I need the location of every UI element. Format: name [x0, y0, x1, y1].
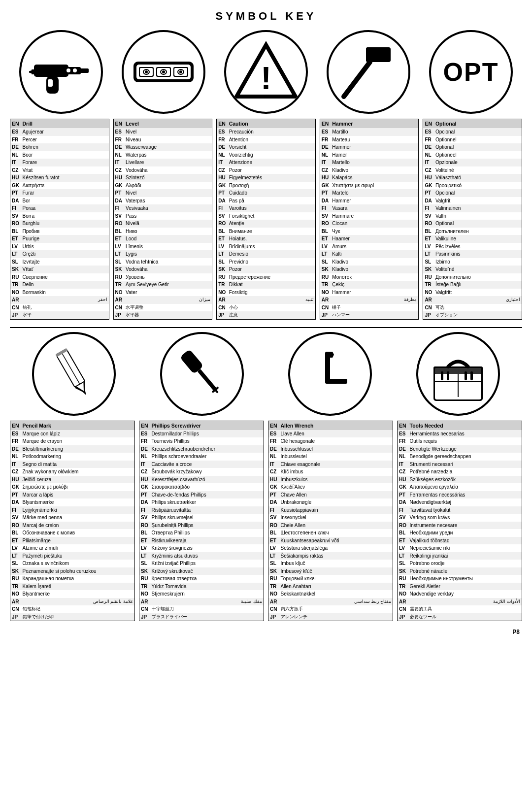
- table-row: FRTournevis Phillips: [139, 437, 264, 445]
- bottom-icons-row: [10, 332, 522, 416]
- table-row: SVInsexnyckel: [268, 514, 393, 522]
- table-row: FRMarque de crayon: [10, 437, 135, 445]
- table-row: FIVesivaaka: [113, 204, 212, 212]
- table-row: ESDestornillador Phillips: [139, 430, 264, 438]
- table-row: NOHammer: [320, 289, 419, 297]
- table-row: JPアレンレンチ: [268, 613, 393, 621]
- table-row: ETLood: [113, 235, 212, 243]
- table-row: ARاختياري: [423, 296, 522, 304]
- drill-table: EN Drill ESAgujerear FRPercer DEBohren N…: [10, 119, 109, 320]
- table-row: NOStjerneskrujern: [139, 590, 264, 598]
- table-row: DAVaterpas: [113, 197, 212, 205]
- table-row: PTMarcar a lápis: [10, 491, 135, 499]
- table-row: TRGerekli Aletler: [398, 583, 522, 591]
- svg-rect-48: [441, 371, 443, 380]
- table-row: LTDėmesio: [217, 250, 316, 258]
- table-row: FITarvittavat työkalut: [398, 506, 522, 514]
- table-row: SKPotrebné náradie: [398, 567, 522, 575]
- table-row: SLKladivo: [320, 258, 419, 266]
- table-row: GKΣημειώστε με μολύβι: [10, 483, 135, 491]
- table-row: SKImbusový kľúč: [268, 567, 393, 575]
- table-row: ITLivellare: [113, 159, 212, 166]
- table-row: LVPēc izvēles: [423, 243, 522, 251]
- table-row: ARميزان: [113, 296, 212, 304]
- svg-rect-3: [32, 69, 37, 74]
- table-row: FRClé hexagonale: [268, 437, 393, 445]
- table-row: NLVoorzichtig: [217, 151, 316, 159]
- table-row: ITCacciavite a croce: [139, 461, 264, 468]
- table-row: HUJelölő ceruza: [10, 476, 135, 484]
- drill-header-lang: EN: [10, 119, 21, 129]
- table-row: NOVater: [113, 289, 212, 297]
- table-row: DABlyantsmærke: [10, 498, 135, 506]
- table-row: SVValfri: [423, 212, 522, 220]
- top-tables-section: EN Drill ESAgujerear FRPercer DEBohren N…: [10, 119, 522, 320]
- table-row: FRMarteau: [320, 136, 419, 144]
- table-row: ITAttenzione: [217, 159, 316, 166]
- table-row: BLНиво: [113, 228, 212, 235]
- table-row: BLЧук: [320, 228, 419, 235]
- table-row: HUSzintező: [113, 174, 212, 182]
- table-row: RUКарандашная пометка: [10, 575, 135, 583]
- table-row: RUНеобходимые инструменты: [398, 575, 522, 583]
- table-row: LVAtzīme ar zīmuli: [10, 544, 135, 552]
- table-row: TRDikkat: [217, 281, 316, 289]
- hammer-icon: [327, 30, 410, 114]
- table-row: JP注意: [217, 311, 316, 319]
- table-row: PTNivel: [113, 189, 212, 197]
- table-row: SKKladivo: [320, 266, 419, 273]
- table-row: SKVodováha: [113, 266, 212, 273]
- table-row: NLBenodigde gereedschappen: [398, 453, 522, 461]
- optional-icon: OPT: [429, 30, 513, 114]
- table-row: GKΠροαιρετικό: [423, 182, 522, 190]
- table-row: TRKalem İşareti: [10, 583, 135, 591]
- table-row: HUFigyelmeztetés: [217, 174, 316, 182]
- table-row: PTMartelo: [320, 189, 419, 197]
- table-row: CN铅笔标记: [10, 605, 135, 613]
- table-row: GKΚλειδί Άλεν: [268, 483, 393, 491]
- svg-marker-4: [29, 70, 32, 73]
- table-row: LTLygis: [113, 250, 212, 258]
- table-row: SKVoliteľné: [423, 266, 522, 273]
- table-row: FIVaroitus: [217, 204, 316, 212]
- pencil-header: EN Pencil Mark: [10, 421, 135, 430]
- table-row: DEInbusschlüssel: [268, 445, 393, 453]
- table-row: ETPuurige: [10, 235, 109, 243]
- bottom-tables-section: EN Pencil Mark ESMarque con lápiz FRMarq…: [10, 421, 522, 622]
- tools-table: EN Tools Needed ESHerramientas necesaria…: [397, 421, 522, 622]
- table-row: PTFurar: [10, 189, 109, 197]
- table-row: ITChiave esagonale: [268, 461, 393, 468]
- hammer-header: EN Hammer: [320, 119, 419, 129]
- table-row: TRDelin: [10, 281, 109, 289]
- table-row: ETVajalikud töönstad: [398, 537, 522, 545]
- table-row: GKΣταυροκατσάβιδο: [139, 483, 264, 491]
- table-row: HUKeresztfejes csavarhúzó: [139, 476, 264, 484]
- table-row: NLHamer: [320, 151, 419, 159]
- table-row: JPプラスドライバー: [139, 613, 264, 621]
- table-row: LVSešstūra stieņatsléga: [268, 544, 393, 552]
- table-row: GKΔιατρήστε: [10, 182, 109, 190]
- svg-point-8: [73, 68, 77, 72]
- table-row: SLIzvrtajte: [10, 258, 109, 266]
- table-row: BLПробив: [10, 228, 109, 235]
- allen-wrench-icon: [288, 332, 372, 416]
- table-row: RUУровень: [113, 273, 212, 281]
- pencil-table: EN Pencil Mark ESMarque con lápiz FRMarq…: [10, 421, 135, 622]
- table-row: PTCuidado: [217, 189, 316, 197]
- table-row: ESPrecaución: [217, 128, 316, 136]
- table-row: ROBurghiu: [10, 220, 109, 228]
- table-row: SLImbus ključ: [268, 560, 393, 567]
- table-row: GKΧτυπήστε με σφυρί: [320, 182, 419, 190]
- opt-label: OPT: [443, 57, 499, 87]
- table-row: CN水平调整: [113, 304, 212, 312]
- optional-table: EN Optional ESOpcional FROptionnel DEOpt…: [423, 119, 522, 320]
- svg-rect-1: [64, 67, 81, 74]
- table-row: ARالأدوات اللازمة: [398, 598, 522, 606]
- table-row: CZVolitelné: [423, 166, 522, 174]
- table-row: ESAgujerear: [10, 128, 109, 136]
- page-number: P8: [10, 629, 522, 635]
- table-row: DABor: [10, 197, 109, 205]
- table-row: ROOptional: [423, 220, 522, 228]
- table-row: ARاحفر: [10, 296, 109, 304]
- table-row: CZKlíč imbus: [268, 468, 393, 476]
